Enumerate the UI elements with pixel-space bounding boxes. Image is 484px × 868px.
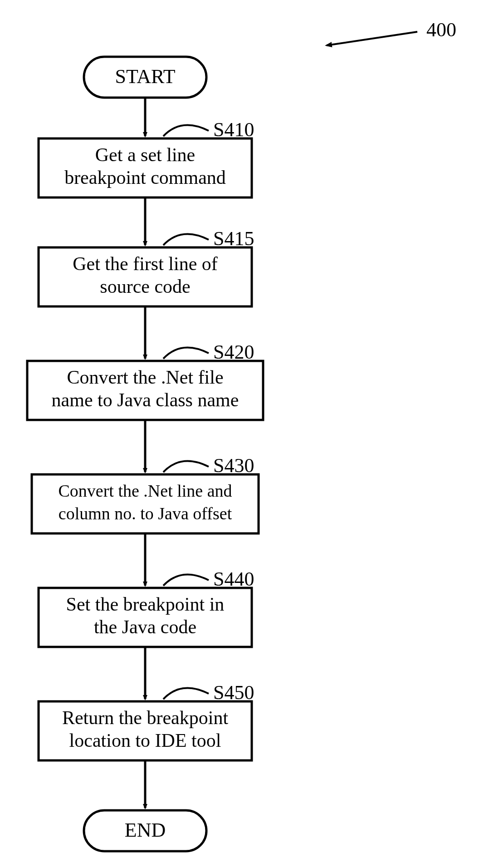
s450-line2: location to IDE tool (69, 730, 221, 751)
step-s420-box: Convert the .Net file name to Java class… (27, 361, 263, 420)
s430-line2: column no. to Java offset (59, 504, 232, 523)
s440-line1: Set the breakpoint in (66, 594, 225, 615)
s450-line1: Return the breakpoint (62, 707, 229, 728)
start-terminal: START (84, 57, 206, 98)
end-terminal: END (84, 810, 206, 851)
step-s410-box: Get a set line breakpoint command (39, 138, 252, 197)
s415-line1: Get the first line of (73, 253, 218, 274)
svg-line-2 (327, 32, 417, 45)
s415-line2: source code (100, 276, 190, 297)
step-s450-box: Return the breakpoint location to IDE to… (39, 701, 252, 760)
start-label: START (115, 65, 175, 88)
s420-line1: Convert the .Net file (67, 367, 223, 388)
s410-line1: Get a set line (95, 144, 195, 165)
s430-line1: Convert the .Net line and (58, 481, 232, 500)
end-label: END (125, 819, 166, 841)
s420-line2: name to Java class name (52, 390, 239, 410)
s410-line2: breakpoint command (64, 167, 226, 188)
step-s430-box: Convert the .Net line and column no. to … (32, 474, 259, 533)
figure-ref-leader: 400 (327, 19, 456, 45)
figure-ref-text: 400 (426, 19, 456, 41)
s440-line2: the Java code (94, 616, 196, 637)
step-s440-box: Set the breakpoint in the Java code (39, 588, 252, 647)
step-s415-box: Get the first line of source code (39, 247, 252, 306)
